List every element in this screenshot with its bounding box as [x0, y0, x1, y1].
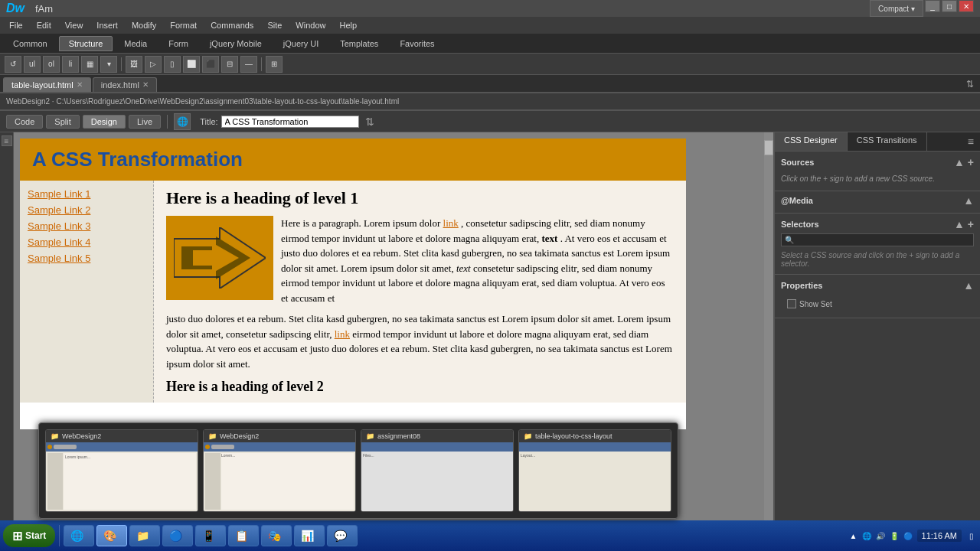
- preview-assignment08[interactable]: 📁 assignment08 Files...: [361, 429, 514, 512]
- menu-site[interactable]: Site: [261, 19, 288, 31]
- close-btn[interactable]: ✕: [959, 0, 974, 12]
- insert-tool-ul[interactable]: ul: [24, 56, 41, 73]
- battery-icon[interactable]: 🔋: [890, 532, 899, 540]
- system-clock[interactable]: 11:16 AM: [917, 530, 962, 542]
- taskbar-chrome-btn[interactable]: 🔵: [162, 525, 193, 546]
- menu-window[interactable]: Window: [289, 19, 332, 31]
- show-desktop-btn[interactable]: ▯: [966, 532, 977, 540]
- insert-tool-div[interactable]: ⊟: [221, 56, 238, 73]
- taskbar-btn-9[interactable]: 💬: [327, 525, 358, 546]
- file-tab-table-layout[interactable]: table-layout.html ✕: [3, 77, 91, 92]
- volume-icon[interactable]: 🔊: [876, 532, 885, 540]
- canvas-content: A CSS Transformation Sample Link 1 Sampl…: [20, 139, 686, 429]
- inline-link-1[interactable]: link: [443, 217, 459, 229]
- preview-webdesign2-1[interactable]: 📁 WebDesign2 Lorem ipsum...: [45, 429, 198, 512]
- menu-edit[interactable]: Edit: [31, 19, 57, 31]
- insert-tool-hr[interactable]: —: [240, 56, 257, 73]
- preview-thumb-2: Lorem...: [204, 442, 355, 511]
- close-tab-1[interactable]: ✕: [77, 80, 83, 89]
- heading-2: Here is a heading of level 2: [166, 379, 674, 395]
- insert-tool-col[interactable]: ▯: [164, 56, 181, 73]
- tab-jquery-mobile[interactable]: jQuery Mobile: [200, 36, 272, 51]
- nav-link-4[interactable]: Sample Link 4: [28, 236, 145, 248]
- preview-header-3: 📁 assignment08: [361, 430, 513, 442]
- code-view-btn[interactable]: Code: [6, 115, 43, 129]
- tab-structure[interactable]: Structure: [59, 36, 113, 51]
- taskbar-dw-btn[interactable]: 🎨: [96, 525, 127, 546]
- tab-templates[interactable]: Templates: [330, 36, 388, 51]
- insert-tool-li[interactable]: li: [62, 56, 79, 73]
- menu-insert[interactable]: Insert: [90, 19, 124, 31]
- notification-icon[interactable]: ▲: [850, 532, 858, 540]
- menu-help[interactable]: Help: [333, 19, 363, 31]
- expand-btn[interactable]: ≡: [2, 135, 12, 146]
- insert-tool-ol[interactable]: ol: [43, 56, 60, 73]
- split-view-btn[interactable]: Split: [46, 115, 79, 129]
- compact-dropdown[interactable]: Compact ▾: [870, 0, 923, 17]
- inline-link-2[interactable]: link: [335, 328, 350, 340]
- sources-add-btn[interactable]: +: [968, 156, 974, 168]
- menu-commands[interactable]: Commands: [204, 19, 260, 31]
- separator-1: [121, 57, 122, 71]
- menu-view[interactable]: View: [59, 19, 90, 31]
- browser-preview-btn[interactable]: 🌐: [174, 113, 191, 130]
- css-designer-tab[interactable]: CSS Designer: [775, 132, 848, 151]
- menu-file[interactable]: File: [3, 19, 29, 31]
- maximize-btn[interactable]: □: [942, 0, 957, 12]
- nav-link-5[interactable]: Sample Link 5: [28, 253, 145, 264]
- split-vertical-btn[interactable]: ⇅: [963, 79, 977, 90]
- tab-form[interactable]: Form: [158, 36, 198, 51]
- selectors-add-btn[interactable]: +: [968, 218, 974, 230]
- insert-tool-dropdown[interactable]: ▾: [100, 56, 117, 73]
- preview-table-layout[interactable]: 📁 table-layout-to-css-layout Layout...: [518, 429, 671, 512]
- tab-favorites[interactable]: Favorites: [390, 36, 444, 51]
- design-view-btn[interactable]: Design: [83, 115, 126, 129]
- scrollbar-thumb[interactable]: [764, 140, 773, 155]
- refresh-btn[interactable]: ⇅: [365, 116, 374, 128]
- network-icon[interactable]: 🌐: [862, 532, 871, 540]
- taskbar-btn-5[interactable]: 📱: [195, 525, 226, 546]
- taskbar-btn-6[interactable]: 📋: [228, 525, 259, 546]
- selectors-collapse-btn[interactable]: ▲: [954, 218, 965, 230]
- tab-common[interactable]: Common: [3, 36, 57, 51]
- close-tab-2[interactable]: ✕: [142, 80, 149, 89]
- insert-tool-block[interactable]: ⬛: [202, 56, 219, 73]
- window-controls[interactable]: Compact ▾ _ □ ✕: [870, 0, 974, 17]
- taskbar-ie-btn[interactable]: 🌐: [64, 525, 94, 546]
- selectors-search[interactable]: [781, 233, 974, 246]
- media-collapse-btn[interactable]: ▲: [963, 194, 974, 207]
- insert-tool-extra[interactable]: ⊞: [266, 56, 283, 73]
- page-title-input[interactable]: [221, 116, 359, 128]
- minimize-btn[interactable]: _: [925, 0, 940, 12]
- panel-close-btn[interactable]: ≡: [962, 132, 980, 151]
- menu-modify[interactable]: Modify: [126, 19, 162, 31]
- bluetooth-icon[interactable]: 🔵: [903, 532, 913, 540]
- insert-tool-h[interactable]: ⬜: [183, 56, 200, 73]
- taskbar-btn-8[interactable]: 📊: [294, 525, 325, 546]
- nav-link-1[interactable]: Sample Link 1: [28, 188, 145, 200]
- properties-collapse-btn[interactable]: ▲: [963, 279, 974, 292]
- show-set-checkbox[interactable]: [787, 299, 796, 308]
- file-tab-index[interactable]: index.html ✕: [93, 77, 157, 92]
- start-button[interactable]: ⊞ Start: [3, 524, 55, 547]
- selectors-hint: Select a CSS source and click on the + s…: [781, 249, 974, 269]
- preview-webdesign2-2[interactable]: 📁 WebDesign2 Lorem...: [203, 429, 356, 512]
- sources-collapse-btn[interactable]: ▲: [954, 156, 965, 168]
- insert-tool-img[interactable]: 🖼: [126, 56, 142, 73]
- nav-link-2[interactable]: Sample Link 2: [28, 204, 145, 216]
- live-view-btn[interactable]: Live: [129, 115, 161, 129]
- preview-thumb-3: Files...: [361, 442, 513, 511]
- insert-tool-media[interactable]: ▷: [145, 56, 162, 73]
- preview-thumb-4: Layout...: [519, 442, 671, 511]
- menu-format[interactable]: Format: [164, 19, 203, 31]
- insert-tool-1[interactable]: ↺: [5, 56, 21, 73]
- tab-jquery-ui[interactable]: jQuery UI: [273, 36, 328, 51]
- css-transitions-tab[interactable]: CSS Transitions: [848, 132, 927, 151]
- vertical-scrollbar[interactable]: [764, 132, 773, 544]
- nav-link-3[interactable]: Sample Link 3: [28, 220, 145, 232]
- app-logo: Dw: [6, 2, 24, 15]
- insert-tool-table[interactable]: ▦: [81, 56, 98, 73]
- tab-media[interactable]: Media: [114, 36, 157, 51]
- taskbar-explorer-btn[interactable]: 📁: [129, 525, 160, 546]
- taskbar-btn-7[interactable]: 🎭: [261, 525, 292, 546]
